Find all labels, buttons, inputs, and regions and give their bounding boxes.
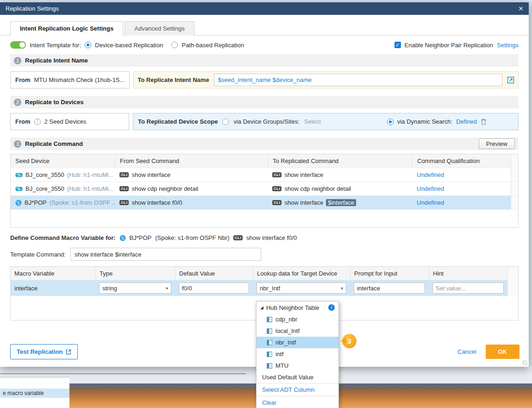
- tab-advanced-settings[interactable]: Advanced Settings: [125, 21, 194, 36]
- dropdown-item-label: MTU: [275, 362, 288, 369]
- col-from-seed-command: From Seed Command: [115, 154, 268, 168]
- annotation-step-3: 3: [342, 334, 357, 348]
- scrollbar-track[interactable]: [507, 280, 518, 296]
- lookup-dropdown-menu: ◢ Hub Neighbor Table i cdp_nbr local_Int…: [256, 301, 339, 408]
- macro-variable-row[interactable]: interface string ▾ nbr_Intf ▾: [11, 280, 518, 296]
- info-icon[interactable]: i: [34, 119, 41, 125]
- qualification-undefined-link[interactable]: Undefined: [417, 171, 444, 178]
- col-macro-variable: Macro Variable: [11, 267, 95, 280]
- cli-badge: CLI: [119, 172, 129, 177]
- device-groups-label: via Device Groups/Sites:: [233, 118, 299, 125]
- macro-variable-name: interface: [14, 285, 38, 292]
- cli-badge: CLI: [272, 186, 282, 191]
- device-scope-panel: To Replicated Device Scope via Device Gr…: [133, 113, 519, 130]
- hint-input[interactable]: [432, 282, 504, 294]
- dropdown-item-mtu[interactable]: MTU: [257, 360, 338, 371]
- cli-badge: CLI: [272, 172, 282, 177]
- cli-badge: CLI: [119, 186, 129, 191]
- from-command: show cdp neighbor detail: [131, 185, 198, 192]
- test-replication-button[interactable]: Test Replication: [10, 344, 78, 359]
- close-icon[interactable]: ×: [519, 5, 523, 13]
- radio-dynamic-search[interactable]: [387, 119, 394, 125]
- template-command-input[interactable]: [70, 248, 261, 261]
- intent-to-panel: To Replicate Intent Name: [133, 71, 519, 88]
- command-table-row-2[interactable]: BJ_core_3550 (Hub: h1-mtuMi... CLIshow c…: [11, 182, 518, 196]
- devices-from-label: From: [15, 118, 31, 125]
- dialog-titlebar: Replication Settings ×: [0, 2, 529, 15]
- device-name: BJ_core_3550: [25, 185, 64, 192]
- col-type: Type: [95, 267, 175, 280]
- preview-button[interactable]: Preview: [479, 138, 515, 149]
- neighbor-pair-settings-link[interactable]: Settings: [497, 42, 519, 49]
- dropdown-select-adt-column[interactable]: Select ADT Column: [257, 383, 338, 396]
- scrollbar-track[interactable]: [507, 267, 518, 280]
- dropdown-item-label: cdp_nbr: [275, 316, 297, 323]
- dropdown-item-nbr-intf-selected[interactable]: nbr_Intf: [257, 337, 338, 348]
- table-column-icon: [267, 352, 272, 357]
- dynamic-search-defined-link[interactable]: Defined: [456, 118, 477, 125]
- neighbor-pair-checkbox[interactable]: ✓: [394, 42, 401, 48]
- trash-icon[interactable]: [481, 119, 487, 125]
- resize-handle[interactable]: [522, 360, 527, 365]
- prompt-for-input-field[interactable]: [354, 282, 425, 294]
- lookup-select-value: nbr_Intf: [260, 285, 280, 292]
- dropdown-item-used-default-value[interactable]: Used Default Value: [257, 371, 338, 383]
- to-command: show cdp neighbor detail: [284, 185, 351, 192]
- col-to-replicated-command: To Replicated Command: [268, 154, 412, 168]
- col-seed-device: Seed Device: [11, 154, 115, 168]
- qualification-undefined-link[interactable]: Undefined: [417, 199, 444, 206]
- template-options-row: Intent Template for: Device-based Replic…: [10, 41, 519, 49]
- dialog-title: Replication Settings: [6, 5, 59, 12]
- dynamic-search-label: via Dynamic Search:: [397, 118, 452, 125]
- macro-command: show interface f0/0: [246, 234, 297, 241]
- dropdown-group-hub-neighbor-table[interactable]: ◢ Hub Neighbor Table i: [257, 301, 338, 314]
- qualification-undefined-link[interactable]: Undefined: [417, 185, 444, 192]
- radio-device-based-replication[interactable]: [85, 42, 91, 48]
- dropdown-item-cdp-nbr[interactable]: cdp_nbr: [257, 314, 338, 325]
- radio-path-based-label: Path-based Replication: [182, 42, 244, 49]
- to-command: show interface: [284, 171, 323, 178]
- section-replicate-command: 3 Replicate Command Preview: [10, 138, 519, 150]
- cli-badge: CLI: [272, 200, 282, 205]
- background-panel: e macro variable: [0, 377, 69, 408]
- scrollbar-track[interactable]: [511, 154, 518, 168]
- lookup-data-select[interactable]: nbr_Intf ▾: [257, 282, 346, 294]
- table-column-icon: [267, 328, 272, 334]
- expand-editor-icon[interactable]: [507, 76, 514, 84]
- define-macro-line: Define Command Macro Variable for: BJ*PO…: [10, 234, 519, 241]
- dropdown-item-local-intf[interactable]: local_Intf: [257, 325, 338, 337]
- scrollbar-track[interactable]: [511, 168, 518, 182]
- radio-device-based-label: Device-based Replication: [95, 42, 163, 49]
- device-subtitle: (Hub: h1-mtuMi...: [67, 171, 113, 178]
- tree-expanded-icon: ◢: [260, 305, 263, 310]
- command-table-row-1[interactable]: BJ_core_3550 (Hub: h1-mtuMi... CLIshow i…: [11, 168, 518, 182]
- intent-template-toggle[interactable]: [10, 41, 26, 49]
- devices-from-box: From i 2 Seed Devices: [10, 113, 129, 130]
- ok-button[interactable]: OK: [486, 345, 520, 359]
- dropdown-clear[interactable]: Clear: [257, 396, 338, 408]
- cancel-button[interactable]: Cancel: [457, 348, 476, 355]
- section-replicate-to-devices: 2 Replicate to Devices: [10, 96, 519, 108]
- template-command-row: Template Command:: [10, 248, 519, 261]
- info-icon[interactable]: i: [328, 304, 335, 311]
- from-command: show interface: [131, 171, 170, 178]
- col-default-value: Default Value: [175, 267, 253, 280]
- table-column-icon: [267, 317, 272, 322]
- device-groups-select-link[interactable]: Select: [304, 118, 321, 125]
- radio-path-based-replication[interactable]: [171, 42, 178, 48]
- default-value-input[interactable]: [179, 282, 249, 294]
- step-3-badge: 3: [14, 140, 21, 148]
- type-select[interactable]: string ▾: [99, 282, 171, 294]
- dropdown-item-label: local_Intf: [275, 327, 300, 334]
- dropdown-item-intf[interactable]: intf: [257, 348, 338, 360]
- command-table-row-3-selected[interactable]: BJ*POP (Spoke: s1-from OSPF ... CLIshow …: [11, 196, 518, 210]
- router-device-icon: [119, 235, 126, 241]
- tab-intent-replication-logic-settings[interactable]: Intent Replication Logic Settings: [10, 21, 123, 36]
- radio-device-groups-sites[interactable]: [222, 119, 229, 125]
- scrollbar-track[interactable]: [511, 196, 518, 209]
- replicate-intent-name-input[interactable]: [214, 74, 502, 86]
- scrollbar-track[interactable]: [511, 182, 518, 195]
- define-macro-label: Define Command Macro Variable for:: [10, 234, 116, 241]
- background-window-edge: [0, 373, 246, 374]
- router-device-icon: [15, 200, 22, 206]
